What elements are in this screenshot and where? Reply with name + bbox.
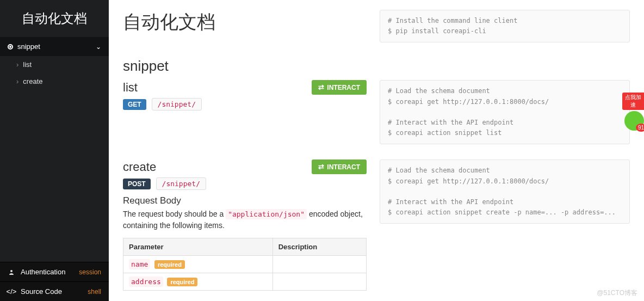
request-body-desc: The request body should be a "applicatio…	[123, 208, 367, 231]
param-name: address	[129, 277, 163, 287]
swap-icon: ⇄	[318, 83, 324, 91]
sidebar-item-list[interactable]: list	[0, 56, 109, 73]
float-tag: 点我加速	[622, 93, 644, 110]
required-badge: required	[167, 278, 197, 286]
target-icon	[8, 44, 13, 50]
sidebar-spacer	[0, 90, 109, 262]
interact-label: INTERACT	[327, 163, 360, 171]
user-icon	[8, 269, 15, 275]
method-badge-post: POST	[123, 179, 151, 189]
sidebar-title: 自动化文档	[0, 0, 109, 37]
shell-list: # Load the schema document $ coreapi get…	[380, 80, 630, 144]
endpoint-title-list: list	[123, 81, 312, 95]
params-table: Parameter Description name required	[123, 238, 367, 291]
col-description: Description	[273, 238, 366, 256]
code-icon: </>	[8, 287, 15, 296]
desc-pre: The request body should be a	[123, 210, 226, 218]
param-desc	[273, 273, 366, 291]
request-body-heading: Request Body	[123, 195, 367, 206]
sidebar-section-label: snippet	[17, 42, 40, 51]
col-parameter: Parameter	[123, 238, 273, 256]
sidebar-footer-source[interactable]: </> Source Code shell	[0, 281, 109, 301]
sidebar: 自动化文档 snippet ⌄ list create Authenticati…	[0, 0, 109, 301]
chevron-down-icon: ⌄	[96, 43, 101, 51]
auth-label: Authentication	[21, 268, 65, 276]
float-ball-icon[interactable]	[624, 111, 644, 131]
main-content: 自动化文档 # Install the command line client …	[109, 0, 644, 301]
float-widget[interactable]: 点我加速	[622, 93, 644, 131]
auth-value: session	[79, 268, 101, 276]
shell-create: # Load the schema document $ coreapi get…	[380, 159, 630, 224]
source-value: shell	[88, 288, 101, 296]
param-desc	[273, 256, 366, 273]
interact-button-list[interactable]: ⇄ INTERACT	[312, 80, 367, 95]
section-title-snippet: snippet	[123, 58, 630, 75]
param-name: name	[129, 259, 150, 269]
sidebar-footer-auth[interactable]: Authentication session	[0, 262, 109, 281]
watermark: @51CTO博客	[597, 288, 637, 298]
sidebar-section-snippet[interactable]: snippet ⌄	[0, 37, 109, 56]
interact-button-create[interactable]: ⇄ INTERACT	[312, 159, 367, 174]
method-badge-get: GET	[123, 99, 146, 110]
endpoint-path-list: /snippet/	[152, 98, 202, 110]
install-shell: # Install the command line client $ pip …	[380, 10, 630, 42]
required-badge: required	[154, 260, 185, 269]
svg-point-0	[10, 270, 13, 272]
encoding-tag: "application/json"	[226, 209, 307, 219]
page-title: 自动化文档	[123, 10, 367, 35]
swap-icon: ⇄	[318, 163, 324, 171]
table-row: address required	[123, 273, 367, 291]
source-label: Source Code	[21, 287, 62, 296]
endpoint-path-create: /snippet/	[156, 177, 206, 190]
interact-label: INTERACT	[327, 84, 360, 91]
endpoint-title-create: create	[123, 160, 312, 174]
table-row: name required	[123, 256, 367, 273]
sidebar-item-create[interactable]: create	[0, 73, 109, 90]
